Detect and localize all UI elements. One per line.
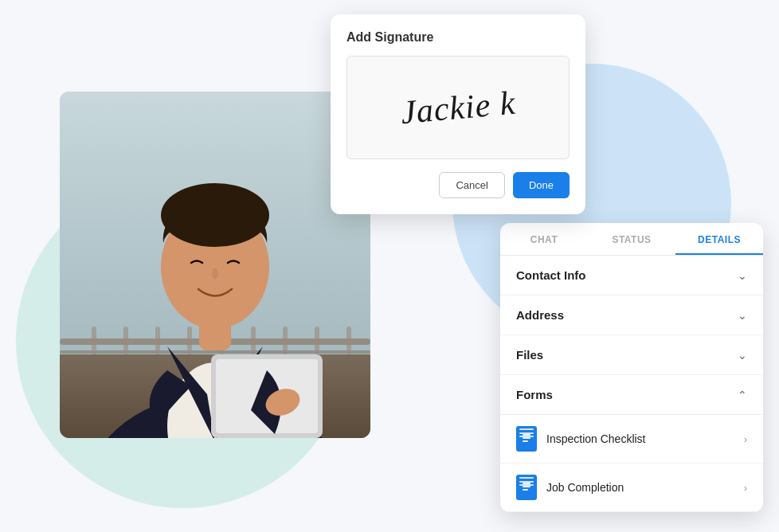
signature-card: Add Signature Jackie k Cancel Done [331,14,585,214]
svg-rect-6 [155,327,160,354]
svg-rect-12 [346,327,351,354]
svg-rect-10 [283,327,288,354]
svg-rect-28 [523,489,528,491]
address-label: Address [516,308,564,322]
svg-rect-4 [92,327,96,354]
svg-rect-23 [523,437,530,439]
contact-info-label: Contact Info [516,268,586,282]
document-icon [516,475,537,500]
chevron-right-icon: › [744,433,747,445]
form-item-job-completion[interactable]: Job Completion › [500,464,763,512]
accordion-contact-info[interactable]: Contact Info ⌄ [500,256,763,295]
accordion-forms: Forms ⌃ Inspection Checklist [500,375,763,512]
svg-rect-24 [523,440,528,442]
inspection-checklist-label: Inspection Checklist [546,432,646,445]
files-label: Files [516,348,543,362]
forms-label: Forms [516,388,553,401]
cancel-button[interactable]: Cancel [439,172,504,198]
signature-title: Add Signature [346,30,570,45]
signature-area[interactable]: Jackie k [346,56,570,159]
tab-details[interactable]: DETAILS [675,223,763,255]
chevron-right-icon: › [744,482,747,494]
form-item-left: Job Completion [516,475,624,500]
chevron-down-icon: ⌄ [738,349,747,362]
svg-rect-22 [523,434,530,436]
done-button[interactable]: Done [513,172,570,198]
form-item-inspection[interactable]: Inspection Checklist › [500,415,763,464]
chevron-down-icon: ⌄ [738,309,747,322]
tab-chat[interactable]: CHAT [500,223,588,255]
accordion-address[interactable]: Address ⌄ [500,295,763,335]
accordion-files[interactable]: Files ⌄ [500,335,763,375]
svg-rect-26 [523,483,530,484]
tab-status[interactable]: STATUS [588,223,675,255]
forms-header[interactable]: Forms ⌃ [500,375,763,415]
chevron-up-icon: ⌃ [738,389,747,401]
form-item-left: Inspection Checklist [516,426,646,452]
svg-rect-3 [60,350,370,354]
svg-rect-11 [315,327,319,354]
details-panel: CHAT STATUS DETAILS Contact Info ⌄ Addre… [500,223,763,512]
signature-buttons: Cancel Done [346,172,570,198]
signature-text: Jackie k [399,84,517,131]
svg-rect-5 [123,327,128,354]
svg-rect-27 [523,486,530,487]
chevron-down-icon: ⌄ [738,269,747,282]
tabs-row: CHAT STATUS DETAILS [500,223,763,256]
person-photo [60,92,370,438]
job-completion-label: Job Completion [546,481,624,494]
svg-rect-7 [187,327,192,354]
document-icon [516,426,537,452]
scene: Add Signature Jackie k Cancel Done CHAT … [0,0,779,532]
svg-rect-9 [251,327,256,354]
